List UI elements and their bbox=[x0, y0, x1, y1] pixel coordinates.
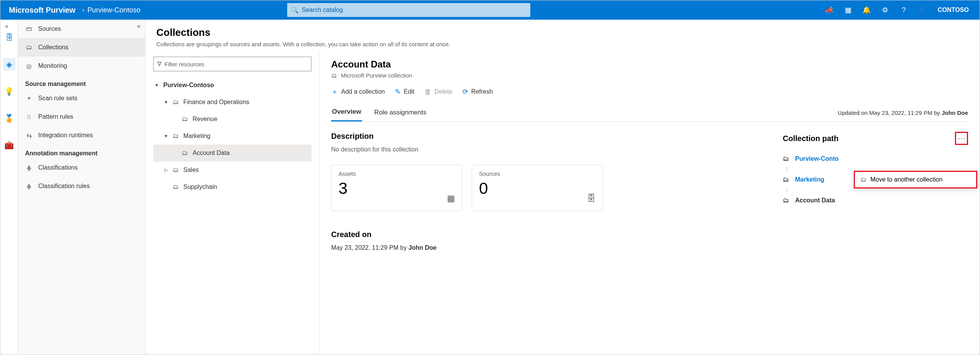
tree-root[interactable]: ▼Purview-Contoso bbox=[153, 77, 311, 94]
left-nav: « 🗃Sources 🗂Collections ◎Monitoring Sour… bbox=[18, 20, 146, 355]
collection-icon: 🗂 bbox=[173, 133, 180, 140]
collection-icon: 🗂 bbox=[783, 176, 790, 183]
plus-icon: ＋ bbox=[331, 87, 338, 96]
tree-account-data[interactable]: 🗂Account Data bbox=[153, 145, 311, 162]
collection-icon: 🗂 bbox=[173, 183, 180, 190]
nav-pattern-rules[interactable]: ⁝⁝Pattern rules bbox=[18, 108, 145, 126]
page-header: Collections Collections are groupings of… bbox=[146, 20, 980, 51]
nav-integration-runtimes[interactable]: ⇆Integration runtimes bbox=[18, 126, 145, 145]
collapse-icon[interactable]: « bbox=[137, 23, 140, 30]
add-collection-button[interactable]: ＋Add a collection bbox=[331, 87, 385, 96]
refresh-icon: ⟳ bbox=[462, 87, 468, 96]
bell-icon[interactable]: 🔔 bbox=[857, 0, 876, 20]
caret-right-icon[interactable]: ▷ bbox=[162, 167, 169, 173]
collection-icon: 🗂 bbox=[783, 197, 790, 204]
tab-overview[interactable]: Overview bbox=[331, 104, 362, 121]
edit-button[interactable]: ✎Edit bbox=[395, 87, 415, 96]
collection-icon: 🗂 bbox=[173, 167, 180, 173]
megaphone-icon[interactable]: 📣 bbox=[820, 0, 839, 20]
filter-input[interactable]: ∇ Filter resources bbox=[153, 57, 311, 71]
collection-icon: 🗂 bbox=[173, 99, 180, 106]
delete-button: 🗑Delete bbox=[425, 88, 452, 96]
detail-title: Account Data bbox=[331, 59, 968, 70]
breadcrumb-account[interactable]: Purview-Contoso bbox=[88, 6, 140, 14]
nav-monitoring[interactable]: ◎Monitoring bbox=[18, 57, 145, 75]
gear-icon[interactable]: ⚙ bbox=[876, 0, 894, 20]
sources-value: 0 bbox=[479, 179, 596, 198]
expand-icon[interactable]: » bbox=[5, 23, 8, 30]
nav-group-source-management: Source management bbox=[18, 75, 145, 89]
rail-data-icon[interactable]: 🗄 bbox=[3, 31, 15, 44]
page-subtitle: Collections are groupings of sources and… bbox=[156, 41, 969, 47]
description-title: Description bbox=[331, 132, 767, 141]
tree-revenue[interactable]: 🗂Revenue bbox=[153, 111, 311, 128]
updated-text: Updated on May 23, 2022, 11:29 PM by Joh… bbox=[838, 109, 968, 116]
move-label: Move to another collection bbox=[870, 176, 943, 183]
description-text: No description for this collection bbox=[331, 146, 767, 153]
collection-icon: 🗂 bbox=[25, 44, 33, 51]
created-title: Created on bbox=[331, 230, 767, 239]
collection-icon: 🗂 bbox=[182, 116, 190, 123]
rail-management-icon[interactable]: 🧰 bbox=[3, 139, 15, 151]
top-bar: Microsoft Purview › Purview-Contoso 🔍 Se… bbox=[0, 0, 980, 20]
caret-down-icon[interactable]: ▼ bbox=[162, 133, 169, 139]
nav-sources[interactable]: 🗃Sources bbox=[18, 20, 145, 38]
rail-datamap-icon[interactable]: ◈ bbox=[3, 58, 15, 71]
collection-path-title: Collection path bbox=[783, 134, 838, 143]
assets-label: Assets bbox=[339, 170, 455, 177]
target-icon: ◎ bbox=[25, 62, 33, 70]
search-placeholder: Search catalog bbox=[302, 7, 343, 13]
collection-icon: 🗂 bbox=[783, 155, 790, 162]
integration-icon: ⇆ bbox=[25, 132, 33, 139]
move-icon: 🗂 bbox=[860, 176, 867, 183]
grid-icon[interactable]: ▦ bbox=[839, 0, 857, 20]
brand[interactable]: Microsoft Purview bbox=[5, 6, 79, 15]
more-actions-highlight: ⋯ bbox=[955, 132, 968, 145]
help-icon[interactable]: ? bbox=[894, 0, 913, 20]
detail-subtitle: Microsoft Purview collection bbox=[341, 72, 412, 79]
scan-icon: ⌖ bbox=[25, 95, 33, 102]
sources-card[interactable]: Sources 0 🗄 bbox=[472, 165, 603, 211]
database-icon: 🗃 bbox=[25, 25, 33, 32]
nav-classification-rules[interactable]: ᚖClassification rules bbox=[18, 177, 145, 195]
move-collection-menu-item[interactable]: 🗂 Move to another collection bbox=[854, 171, 977, 188]
collection-icon: 🗂 bbox=[331, 72, 337, 79]
created-text: May 23, 2022, 11:29 PM by John Doe bbox=[331, 244, 767, 251]
page-title: Collections bbox=[156, 27, 969, 39]
left-rail: » 🗄 ◈ 💡 🏅 🧰 bbox=[0, 20, 18, 355]
feedback-icon[interactable]: 👤 bbox=[913, 0, 931, 20]
caret-down-icon[interactable]: ▼ bbox=[162, 99, 169, 105]
tree-marketing[interactable]: ▼🗂Marketing bbox=[153, 128, 311, 145]
filter-placeholder: Filter resources bbox=[164, 61, 204, 67]
collection-icon: 🗂 bbox=[182, 150, 190, 156]
path-root[interactable]: 🗂Purview-Conto bbox=[783, 151, 968, 167]
rail-policy-icon[interactable]: 🏅 bbox=[3, 112, 15, 125]
classification-icon: ᚖ bbox=[25, 164, 33, 172]
tree-finance[interactable]: ▼🗂Finance and Operations bbox=[153, 94, 311, 111]
tree-column: ∇ Filter resources ▼Purview-Contoso ▼🗂Fi… bbox=[146, 51, 319, 355]
chevron-right-icon: › bbox=[82, 7, 84, 13]
tree-sales[interactable]: ▷🗂Sales bbox=[153, 162, 311, 178]
nav-classifications[interactable]: ᚖClassifications bbox=[18, 158, 145, 177]
search-input[interactable]: 🔍 Search catalog bbox=[287, 3, 530, 17]
search-icon: 🔍 bbox=[291, 7, 299, 14]
detail-pane: Account Data 🗂Microsoft Purview collecti… bbox=[319, 51, 980, 355]
classification-rules-icon: ᚖ bbox=[25, 183, 33, 190]
tree-supplychain[interactable]: 🗂Supplychain bbox=[153, 178, 311, 195]
filter-icon: ∇ bbox=[157, 61, 161, 67]
tab-role-assignments[interactable]: Role assignments bbox=[374, 105, 427, 121]
nav-scan-rule-sets[interactable]: ⌖Scan rule sets bbox=[18, 89, 145, 108]
trash-icon: 🗑 bbox=[425, 88, 432, 96]
nav-group-annotation-management: Annotation management bbox=[18, 145, 145, 158]
database-icon: 🗄 bbox=[587, 193, 596, 204]
nav-collections[interactable]: 🗂Collections bbox=[18, 38, 145, 57]
user-label[interactable]: CONTOSO bbox=[931, 7, 975, 13]
more-actions-button[interactable]: ⋯ bbox=[958, 134, 965, 143]
sources-label: Sources bbox=[479, 170, 596, 177]
caret-down-icon[interactable]: ▼ bbox=[153, 82, 160, 88]
pattern-icon: ⁝⁝ bbox=[25, 113, 33, 121]
rail-insights-icon[interactable]: 💡 bbox=[3, 85, 15, 98]
table-icon: ▦ bbox=[447, 193, 455, 204]
assets-card[interactable]: Assets 3 ▦ bbox=[331, 165, 462, 211]
refresh-button[interactable]: ⟳Refresh bbox=[462, 87, 493, 96]
